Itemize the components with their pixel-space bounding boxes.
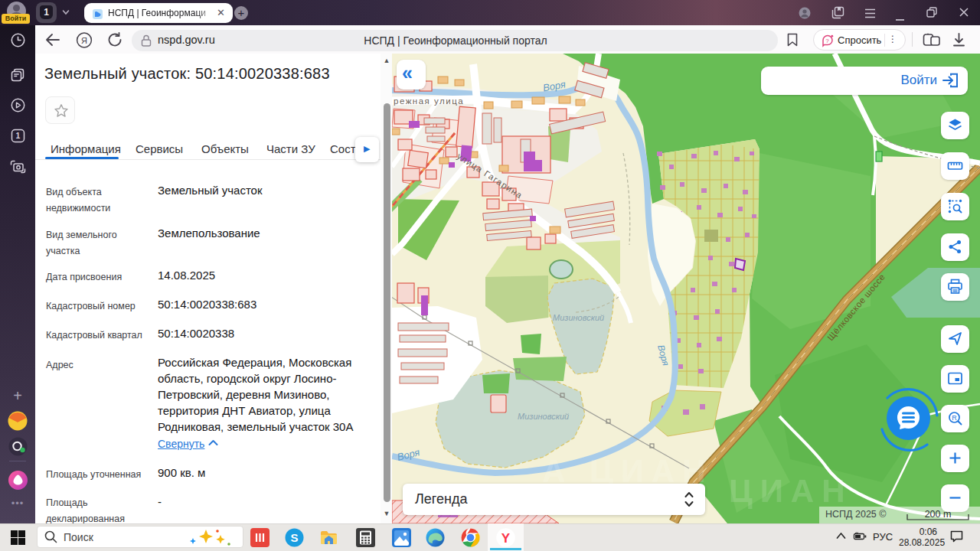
svg-text:R: R: [952, 414, 957, 422]
svg-text:Y: Y: [501, 531, 511, 546]
svg-text:ЦИАН: ЦИАН: [729, 473, 853, 509]
svg-text:Мизиновский: Мизиновский: [553, 313, 604, 322]
svg-text:?: ?: [825, 37, 829, 44]
svg-text:1: 1: [15, 131, 20, 140]
svg-text:Я: Я: [81, 36, 87, 45]
svg-text:Мизиновский: Мизиновский: [518, 412, 569, 421]
svg-text:S: S: [290, 531, 298, 544]
svg-text:режная улица: режная улица: [394, 96, 464, 106]
svg-text:200 m: 200 m: [925, 509, 952, 520]
